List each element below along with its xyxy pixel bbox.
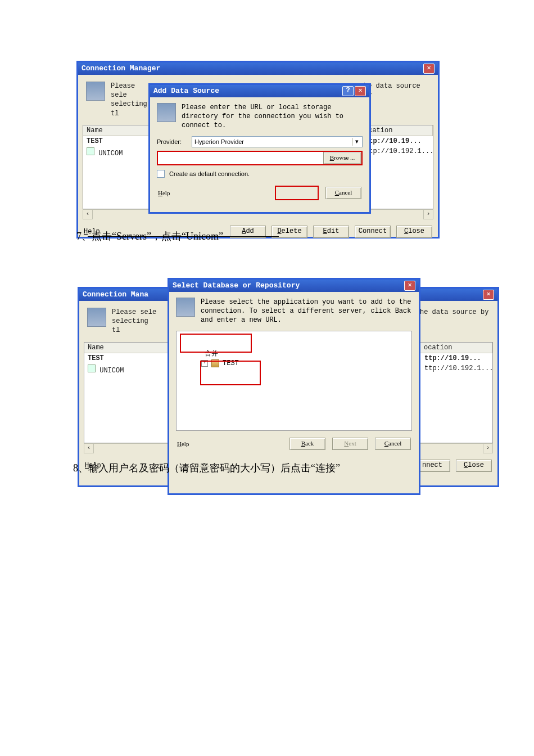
cancel-button[interactable]: Cancel [325,187,361,199]
application-tree[interactable]: 合并 + TEST [176,331,412,431]
close-button[interactable]: Close [396,226,432,238]
wizard-icon [176,298,195,317]
caption-7: 7、点击“Servers”，点击“Unicom” [76,230,223,243]
next-button: Next [332,438,368,450]
cm2-instruction-right: he data source by [420,308,490,317]
chevron-down-icon[interactable]: ▾ [352,138,361,146]
help-link[interactable]: Help [177,440,189,447]
sdr-titlebar[interactable]: Select Database or Repository ✕ [169,280,419,292]
sdr-title: Select Database or Repository [173,280,300,292]
back-button[interactable]: Back [289,438,325,450]
cm1-instruction-right: he data source by [364,82,430,100]
help-icon[interactable]: ? [342,86,354,96]
path-input[interactable] [158,152,323,164]
cm1-instruction-left: Please sele selecting tl [111,82,150,118]
path-input-row: Browse ... [157,151,363,165]
ads-titlebar[interactable]: Add Data Source ? ✕ [150,85,369,97]
scroll-right-icon[interactable]: › [423,209,433,219]
browse-button[interactable]: Browse ... [323,152,361,164]
cm1-title: Connection Manager [82,62,160,75]
cm1-titlebar[interactable]: Connection Manager ✕ [78,62,438,75]
col-header-name[interactable]: Name [84,343,176,353]
connect-button[interactable]: Connect [355,226,391,238]
ok-button-redbox[interactable] [275,186,319,200]
close-icon[interactable]: ✕ [404,281,415,291]
close-button[interactable]: Close [456,460,492,472]
wizard-icon [86,82,105,101]
col-header-name[interactable]: Name [83,125,150,136]
scroll-left-icon[interactable]: ‹ [84,443,94,453]
provider-label: Provider: [157,138,186,145]
help-link[interactable]: Help [158,190,170,196]
cm2-title: Connection Mana [83,289,148,301]
close-icon[interactable]: ✕ [423,64,435,74]
create-default-checkbox[interactable] [157,170,165,178]
scroll-left-icon[interactable]: ‹ [83,209,93,219]
cm2-instruction-left: Please sele selecting tl [112,308,157,335]
wizard-icon [157,103,176,122]
close-icon[interactable]: ✕ [483,290,494,300]
col-header-location[interactable]: ocation [361,125,433,136]
wizard-icon [87,308,106,327]
sdr-instruction: Please select the application you want t… [201,298,412,325]
ads-instruction: Please enter the URL or local storage di… [182,103,363,130]
close-icon[interactable]: ✕ [355,86,366,96]
caption-8: 8、输入用户名及密码（请留意密码的大小写）后点击“连接” [73,461,340,475]
ads-title: Add Data Source [153,85,219,97]
col-header-location[interactable]: ocation [420,343,492,353]
provider-combo[interactable]: Hyperion Provider ▾ [192,136,363,147]
provider-value: Hyperion Provider [194,138,244,145]
cancel-button[interactable]: Cancel [375,438,411,450]
add-data-source-dialog: Add Data Source ? ✕ Please enter the URL… [148,83,371,214]
edit-button[interactable]: Edit [313,226,349,238]
scroll-right-icon[interactable]: › [483,443,493,453]
create-default-label: Create as default connection. [169,170,250,177]
